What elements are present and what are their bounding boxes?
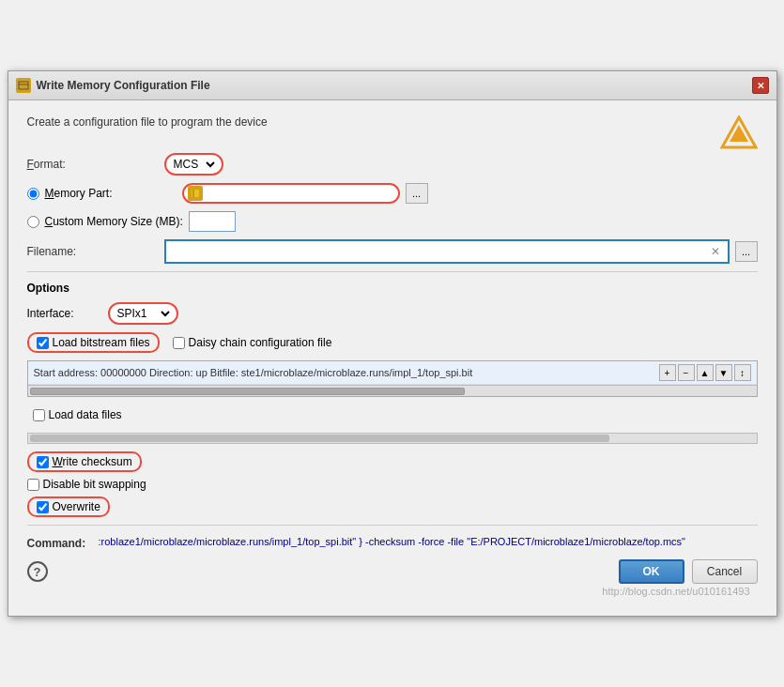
format-select-wrapper: MCS BIN HEX — [164, 153, 223, 176]
custom-memory-input[interactable]: 4 — [189, 211, 236, 232]
table-add-button[interactable]: + — [659, 364, 676, 381]
memory-part-radio[interactable] — [27, 188, 39, 200]
load-data-checkbox[interactable] — [33, 409, 45, 421]
daisy-chain-checkbox[interactable] — [173, 337, 185, 349]
interface-select-wrapper: SPIx1 SPIx2 SPIx4 SPIx8 BPIx8 BPIx16 — [108, 302, 178, 325]
dialog-window: Write Memory Configuration File ✕ Create… — [8, 70, 777, 617]
interface-row: Interface: SPIx1 SPIx2 SPIx4 SPIx8 BPIx8… — [27, 302, 758, 325]
dialog-title: Write Memory Configuration File — [37, 79, 210, 92]
overwrite-wrapper: Overwrite — [27, 496, 110, 517]
memory-part-input-wrapper: s25fl032p-spi-x1_x2_x4 — [182, 183, 400, 204]
load-data-scrollbar[interactable] — [27, 433, 758, 444]
custom-memory-row: Custom Memory Size (MB): 4 — [27, 211, 758, 232]
memory-part-input[interactable]: s25fl032p-spi-x1_x2_x4 — [207, 187, 394, 200]
options-section: Options Interface: SPIx1 SPIx2 SPIx4 SPI… — [27, 271, 758, 517]
filename-input[interactable]: E:/PROJECT/microblaze1/microblaze/top.mc… — [170, 245, 707, 258]
write-checksum-wrapper: Write checksum — [27, 451, 142, 472]
bitfile-table: Start address: 00000000 Direction: up Bi… — [27, 360, 758, 397]
interface-select[interactable]: SPIx1 SPIx2 SPIx4 SPIx8 BPIx8 BPIx16 — [114, 306, 173, 321]
load-bitstream-label: Load bitstream files — [53, 336, 150, 349]
custom-memory-label: Custom Memory Size (MB): — [45, 215, 183, 228]
help-button[interactable]: ? — [27, 561, 48, 582]
filename-label: Filename: — [27, 245, 159, 258]
interface-label: Interface: — [27, 307, 102, 320]
table-up-button[interactable]: ▲ — [697, 364, 714, 381]
filename-browse-button[interactable]: ... — [735, 241, 758, 262]
table-row: Start address: 00000000 Direction: up Bi… — [28, 361, 757, 385]
command-row: Command: :roblaze1/microblaze/microblaze… — [27, 535, 758, 550]
disable-bit-swap-row: Disable bit swapping — [27, 478, 758, 491]
ok-button[interactable]: OK — [619, 559, 684, 584]
bottom-row: ? OK Cancel — [27, 559, 758, 584]
write-checksum-row: Write checksum — [27, 451, 758, 472]
table-scroll-button[interactable]: ↕ — [734, 364, 751, 381]
load-bitstream-checkbox-wrapper: Load bitstream files — [27, 332, 160, 353]
options-checks: Write checksum Disable bit swapping Over… — [27, 451, 758, 517]
dialog-buttons: OK Cancel — [619, 559, 758, 584]
table-horizontal-scrollbar[interactable] — [28, 385, 757, 396]
dialog-icon — [16, 78, 31, 93]
memory-part-row: Memory Part: s25fl032p-spi-x1_x2_x4 ... — [27, 183, 758, 204]
custom-memory-radio[interactable] — [27, 216, 39, 228]
format-row: Format: MCS BIN HEX — [27, 153, 758, 176]
disable-bit-swap-label: Disable bit swapping — [43, 478, 146, 491]
options-title: Options — [27, 282, 758, 295]
disable-bit-swap-checkbox[interactable] — [27, 479, 39, 491]
memory-part-browse-button[interactable]: ... — [406, 183, 428, 204]
vivado-logo-icon — [720, 115, 758, 149]
title-bar: Write Memory Configuration File ✕ — [8, 71, 776, 100]
header-row: Create a configuration file to program t… — [27, 115, 758, 149]
load-bitstream-row: Load bitstream files Daisy chain configu… — [27, 332, 758, 353]
memory-part-label: Memory Part: — [45, 187, 177, 200]
watermark-text: http://blog.csdn.net/u010161493 — [27, 584, 758, 601]
table-remove-button[interactable]: − — [678, 364, 695, 381]
table-scrollbar-thumb — [30, 388, 465, 395]
cancel-button[interactable]: Cancel — [692, 559, 758, 584]
load-data-label: Load data files — [49, 408, 122, 421]
table-row-actions: + − ▲ ▼ ↕ — [659, 364, 751, 381]
svg-rect-0 — [19, 82, 28, 89]
memory-part-icon — [188, 186, 203, 201]
load-bitstream-checkbox[interactable] — [37, 337, 49, 349]
format-label: Format: — [27, 158, 159, 171]
daisy-chain-label: Daisy chain configuration file — [189, 336, 332, 349]
scrollbar-inner — [30, 435, 610, 442]
write-checksum-checkbox[interactable] — [37, 456, 49, 468]
subtitle-text: Create a configuration file to program t… — [27, 115, 268, 129]
write-checksum-label: Write checksum — [53, 455, 132, 468]
overwrite-label: Overwrite — [53, 500, 100, 513]
overwrite-row: Overwrite — [27, 496, 758, 517]
filename-input-wrapper: E:/PROJECT/microblaze1/microblaze/top.mc… — [164, 239, 730, 264]
command-label: Command: — [27, 535, 93, 550]
overwrite-checkbox[interactable] — [37, 501, 49, 513]
table-row-text: Start address: 00000000 Direction: up Bi… — [34, 367, 655, 378]
svg-rect-4 — [192, 190, 199, 197]
table-down-button[interactable]: ▼ — [715, 364, 732, 381]
format-select[interactable]: MCS BIN HEX — [170, 157, 218, 172]
close-button[interactable]: ✕ — [752, 77, 769, 94]
command-text: :roblaze1/microblaze/microblaze.runs/imp… — [99, 535, 758, 549]
title-bar-left: Write Memory Configuration File — [16, 78, 210, 93]
filename-clear-button[interactable]: ✕ — [707, 243, 724, 260]
load-data-row: Load data files — [27, 405, 758, 425]
command-area: Command: :roblaze1/microblaze/microblaze… — [27, 525, 758, 550]
filename-row: Filename: E:/PROJECT/microblaze1/microbl… — [27, 239, 758, 264]
dialog-body: Create a configuration file to program t… — [8, 100, 776, 616]
daisy-chain-checkbox-wrapper: Daisy chain configuration file — [173, 336, 332, 349]
